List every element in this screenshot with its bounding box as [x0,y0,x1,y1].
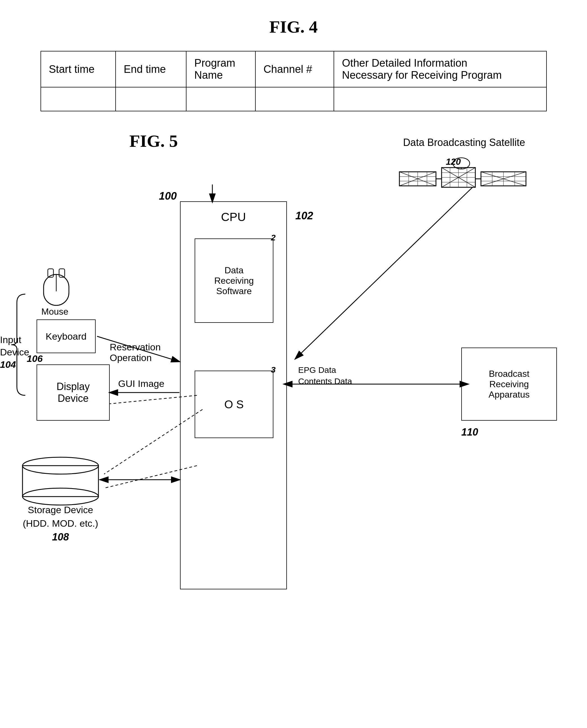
svg-text:GUI Image: GUI Image [118,378,164,389]
epg-table-container: Start time End time ProgramName Channel … [41,51,547,111]
cell-start-time [41,87,116,111]
svg-line-41 [295,187,472,359]
svg-line-45 [97,336,180,362]
bra-label: BroadcastReceivingApparatus [489,369,530,400]
svg-rect-34 [23,466,98,496]
input-device-label: Input Device 104 [0,334,34,371]
svg-text:EPG Data: EPG Data [298,365,336,374]
cpu-box: CPU DataReceivingSoftware 2 O S 3 [180,201,287,589]
ref-102: 102 [295,210,313,222]
input-device-area: Input Device 104 [0,291,34,399]
svg-text:Contents Data: Contents Data [298,377,352,386]
storage-device-area: Storage Device(HDD. MOD. etc.) 108 [17,452,104,543]
mouse-label: Mouse [39,307,70,317]
storage-label: Storage Device(HDD. MOD. etc.) [17,503,104,530]
display-device-box: DisplayDevice [37,364,110,421]
svg-text:120: 120 [446,156,461,167]
keyboard-label: Keyboard [46,331,87,342]
drs-box: DataReceivingSoftware [195,239,274,323]
svg-text:Operation: Operation [110,352,151,363]
cell-other-info [334,87,546,111]
col-start-time: Start time [41,51,116,87]
table-data-row [41,87,546,111]
col-end-time: End time [116,51,186,87]
fig4-title: FIG. 4 [0,0,587,51]
display-label: DisplayDevice [56,381,90,404]
epg-table: Start time End time ProgramName Channel … [41,51,547,111]
storage-cylinder [17,452,104,508]
input-device-number: 104 [0,359,16,370]
satellite-label: Data Broadcasting Satellite [366,137,563,148]
fig5-area: FIG. 5 Data Broadcasting Satellite [0,128,587,705]
cell-program-name [186,87,255,111]
drs-number: 2 [271,233,276,242]
bra-box: BroadcastReceivingApparatus [461,347,557,421]
keyboard-box: Keyboard [37,319,96,353]
satellite-area: Data Broadcasting Satellite [366,137,563,200]
os-label: O S [225,398,244,411]
cell-end-time [116,87,186,111]
mouse-icon: Mouse [39,266,70,302]
table-header-row: Start time End time ProgramName Channel … [41,51,546,87]
fig5-title: FIG. 5 [130,131,178,151]
cpu-label: CPU [221,210,246,224]
cpu-number: 100 [159,190,177,202]
os-box: O S [195,371,274,438]
bra-number: 110 [461,426,478,438]
cell-channel [255,87,334,111]
col-other-info: Other Detailed InformationNecessary for … [334,51,546,87]
col-channel: Channel # [255,51,334,87]
os-number: 3 [271,365,276,374]
storage-number: 108 [17,531,104,543]
svg-text:Reservation: Reservation [110,342,161,352]
drs-label: DataReceivingSoftware [214,265,254,296]
satellite-icon: 120 [394,151,534,198]
col-program-name: ProgramName [186,51,255,87]
